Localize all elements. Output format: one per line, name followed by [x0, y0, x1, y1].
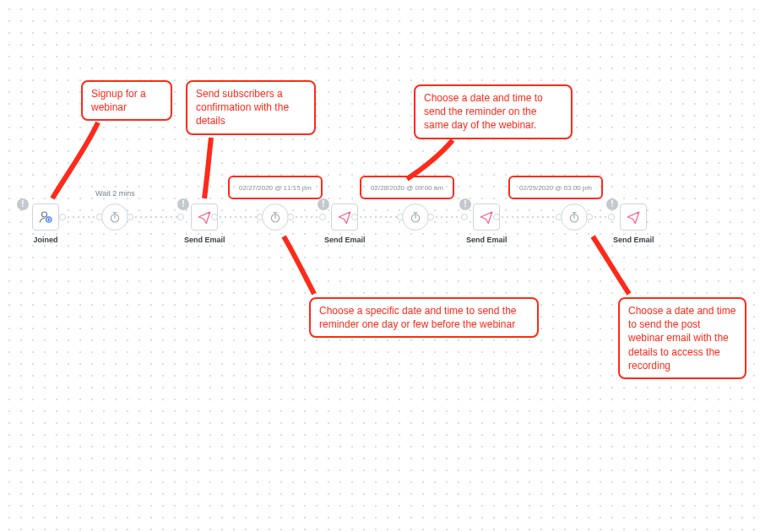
icon-circle [561, 204, 588, 231]
connector [497, 216, 559, 218]
stopwatch-icon [269, 210, 282, 224]
connector [214, 216, 260, 218]
paper-plane-icon [337, 209, 352, 225]
node-joined[interactable]: Joined [32, 204, 59, 244]
callout-post: Choose a date and time to send the post … [618, 297, 746, 379]
warn-badge: ! [17, 198, 29, 210]
connector [589, 216, 611, 218]
icon-box [620, 204, 647, 231]
wait-label-2: 02/27/2020 @ 11:15 pm [236, 184, 314, 192]
node-send-email-1[interactable]: Send Email [184, 204, 225, 244]
wait-label-3: 02/28/2020 @ 09:00 am [368, 184, 446, 192]
node-send-email-4[interactable]: Send Email [613, 204, 654, 244]
icon-box [32, 204, 59, 231]
connector [431, 216, 464, 218]
node-send-email-3[interactable]: Send Email [466, 204, 508, 244]
wait-node-1[interactable] [101, 204, 128, 231]
stopwatch-icon [409, 210, 422, 224]
svg-point-0 [42, 212, 47, 217]
paper-plane-icon [626, 209, 641, 225]
callout-sameday: Choose a date and time to send the remin… [414, 84, 573, 139]
node-label: Send Email [466, 236, 508, 244]
warn-badge: ! [606, 198, 618, 210]
node-label: Send Email [324, 236, 366, 244]
connector [62, 216, 100, 218]
stopwatch-icon [567, 210, 581, 224]
node-label: Send Email [184, 236, 225, 244]
paper-plane-icon [479, 209, 494, 225]
icon-circle [101, 204, 128, 231]
warn-badge: ! [177, 198, 189, 210]
icon-circle [402, 204, 429, 231]
connector [130, 216, 181, 218]
node-label: Joined [32, 236, 59, 244]
callout-confirm: Send subscribers a confirmation with the… [186, 80, 316, 135]
connector [355, 216, 400, 218]
warn-badge: ! [459, 198, 471, 210]
callout-before: Choose a specific date and time to send … [309, 297, 539, 338]
node-send-email-2[interactable]: Send Email [324, 204, 366, 244]
wait-label-1: Wait 2 mins [95, 189, 135, 198]
connector [290, 216, 323, 218]
node-label: Send Email [613, 236, 654, 244]
paper-plane-icon [197, 209, 212, 225]
wait-node-2[interactable] [262, 204, 289, 231]
wait-label-4: 02/29/2020 @ 03:00 pm [517, 184, 594, 192]
warn-badge: ! [318, 198, 329, 210]
stopwatch-icon [108, 210, 122, 224]
callout-signup: Signup for a webinar [81, 80, 172, 121]
wait-node-4[interactable] [561, 204, 588, 231]
icon-circle [262, 204, 289, 231]
user-add-icon [38, 209, 53, 225]
wait-node-3[interactable] [402, 204, 429, 231]
